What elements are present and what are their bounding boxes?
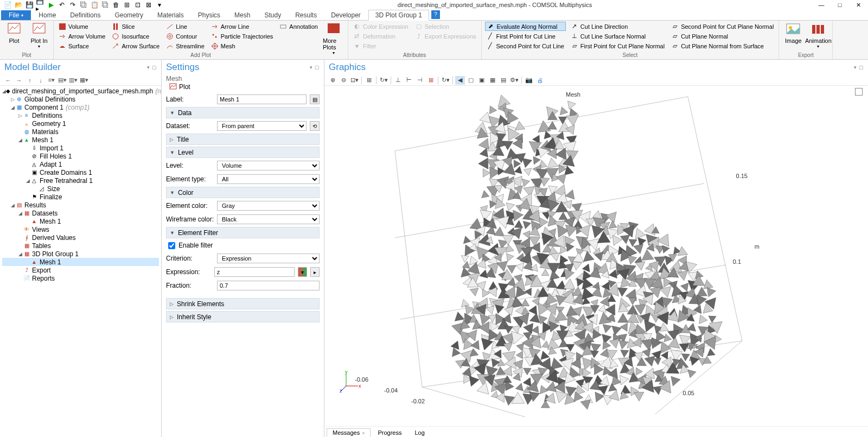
panel-close-icon[interactable]: ▢	[152, 65, 157, 70]
tab-results[interactable]: Results	[289, 10, 323, 20]
util1-icon[interactable]: ⊞	[123, 1, 131, 9]
zoom-box-button[interactable]: ⊡▾	[349, 76, 359, 85]
cut-plane-normal-surface-button[interactable]: ▱Cut Plane Normal from Surface	[669, 41, 775, 50]
tree-materials[interactable]: Materials	[32, 128, 59, 136]
settings-dropdown-icon[interactable]: ▾	[310, 65, 312, 70]
tree-tables[interactable]: Tables	[32, 242, 51, 250]
transparency-button[interactable]: ▢	[466, 76, 476, 85]
qat-dropdown-icon[interactable]: ▾	[155, 1, 164, 9]
graphics-dropdown-icon[interactable]: ▾	[854, 65, 857, 70]
tab-physics[interactable]: Physics	[192, 10, 227, 20]
tree-results[interactable]: Results	[24, 201, 46, 209]
tree-finalize[interactable]: Finalize	[40, 193, 62, 201]
label-action-button[interactable]: ▤	[310, 94, 320, 104]
tree-view3-button[interactable]: ▦▾	[79, 76, 89, 85]
mesh-button[interactable]: Mesh	[209, 41, 275, 50]
view-xz-button[interactable]: ⊣	[415, 76, 425, 85]
zoom-in-button[interactable]: ⊕	[328, 76, 337, 85]
enable-filter-checkbox[interactable]	[168, 242, 175, 249]
tree-plot-group[interactable]: 3D Plot Group 1	[32, 250, 79, 258]
file-tab[interactable]: File▾	[1, 10, 31, 20]
settings-close-icon[interactable]: ▢	[315, 65, 320, 70]
section-data[interactable]: ▼Data	[166, 107, 320, 118]
tree-component[interactable]: Component 1	[24, 104, 63, 111]
wireframe-color-select[interactable]: Black	[217, 214, 320, 224]
tab-study[interactable]: Study	[258, 10, 288, 20]
tab-mesh[interactable]: Mesh	[228, 10, 257, 20]
nav-up-button[interactable]: ↑	[25, 76, 35, 85]
tree-adapt1[interactable]: Adapt 1	[40, 161, 62, 168]
section-color[interactable]: ▼Color	[166, 187, 320, 198]
messages-tab[interactable]: Messages×	[327, 428, 371, 437]
tree-create-domains[interactable]: Create Domains 1	[40, 169, 92, 176]
minimize-button[interactable]: —	[814, 1, 829, 9]
contour-button[interactable]: Contour	[164, 31, 206, 41]
tree-import1[interactable]: Import 1	[40, 144, 63, 152]
expression-menu-button[interactable]: ▸	[310, 267, 320, 277]
util2-icon[interactable]: ⊡	[133, 1, 142, 9]
duplicate-icon[interactable]: ⿻	[101, 1, 110, 9]
zoom-extents-button[interactable]: ⊞	[364, 76, 374, 85]
particle-button[interactable]: Particle Trajectories	[209, 31, 275, 41]
tab-close-icon[interactable]: ×	[362, 430, 365, 436]
scene-light-button[interactable]: ◀	[455, 76, 465, 85]
element-color-select[interactable]: Gray	[217, 201, 320, 211]
nav-down-button[interactable]: ↓	[36, 76, 46, 85]
tab-geometry[interactable]: Geometry	[108, 10, 150, 20]
section-element-filter[interactable]: ▼Element Filter	[166, 227, 320, 238]
dataset-select[interactable]: From parent	[217, 121, 307, 131]
maximize-button[interactable]: □	[832, 1, 847, 9]
tree-global-definitions[interactable]: Global Definitions	[24, 96, 75, 103]
tab-materials[interactable]: Materials	[151, 10, 190, 20]
second-point-plane-normal-button[interactable]: ▱Second Point for Cut Plane Normal	[669, 22, 775, 31]
tree-size[interactable]: Size	[47, 185, 60, 193]
streamline-button[interactable]: Streamline	[164, 41, 206, 50]
arrow-line-button[interactable]: Arrow Line	[209, 22, 275, 31]
save-as-icon[interactable]: 💾▸	[36, 1, 44, 9]
image-export-button[interactable]: Image	[782, 22, 804, 44]
panel-dropdown-icon[interactable]: ▾	[147, 65, 150, 70]
element-type-select[interactable]: All	[217, 174, 320, 184]
isosurface-button[interactable]: Isosurface	[110, 31, 161, 41]
help-button[interactable]: ?	[431, 10, 440, 19]
section-shrink[interactable]: ▷Shrink Elements	[166, 298, 320, 309]
tree-mesh-dataset[interactable]: Mesh 1	[40, 218, 61, 225]
settings-plot-button[interactable]: Plot	[166, 83, 320, 91]
slice-button[interactable]: Slice	[110, 22, 161, 31]
tree-reports[interactable]: Reports	[32, 275, 55, 282]
redraw-button[interactable]: ↻▾	[441, 76, 450, 85]
surface-button[interactable]: Surface	[57, 41, 107, 50]
more-plots-button[interactable]: More Plots▾	[323, 22, 344, 55]
graphics-close-icon[interactable]: ▢	[859, 65, 864, 70]
wireframe-button[interactable]: ▣	[477, 76, 487, 85]
show-hide-button[interactable]: ▤	[499, 76, 508, 85]
tree-derived-values[interactable]: Derived Values	[32, 234, 75, 242]
paste-icon[interactable]: 📋	[90, 1, 99, 9]
tree-export[interactable]: Export	[32, 267, 51, 274]
new-icon[interactable]: 📄	[3, 1, 12, 9]
level-select[interactable]: Volume	[217, 161, 320, 170]
plot-in-button[interactable]: Plot In▾	[28, 22, 50, 49]
tree-view2-button[interactable]: ▥▾	[68, 76, 78, 85]
save-icon[interactable]: 💾	[25, 1, 34, 9]
print-button[interactable]: 🖨	[535, 76, 545, 85]
tab-definitions[interactable]: Definitions	[63, 10, 107, 20]
snapshot-button[interactable]: 📷	[524, 76, 534, 85]
tree-views[interactable]: Views	[32, 226, 49, 233]
evaluate-along-normal-button[interactable]: ⬈Evaluate Along Normal	[485, 22, 566, 31]
second-point-cut-line-button[interactable]: ╱Second Point for Cut Line	[485, 41, 566, 50]
tree-root[interactable]: direct_meshing_of_imported_surface_mesh.…	[12, 87, 153, 95]
label-input[interactable]	[217, 94, 307, 104]
tree-geometry[interactable]: Geometry 1	[32, 120, 66, 128]
open-icon[interactable]: 📂	[14, 1, 23, 9]
expression-input[interactable]	[214, 267, 295, 277]
first-point-plane-normal-button[interactable]: ▱First Point for Cut Plane Normal	[569, 41, 666, 50]
view-xy-button[interactable]: ⊥	[393, 76, 403, 85]
first-point-cut-line-button[interactable]: ╱First Point for Cut Line	[485, 31, 566, 41]
volume-button[interactable]: Volume	[57, 22, 107, 31]
annotation-button[interactable]: Annotation	[278, 22, 320, 31]
progress-tab[interactable]: Progress	[372, 428, 407, 437]
criterion-select[interactable]: Expression	[217, 254, 320, 263]
cut-line-surface-normal-button[interactable]: ⊥Cut Line Surface Normal	[569, 31, 666, 41]
zoom-out-button[interactable]: ⊖	[339, 76, 348, 85]
